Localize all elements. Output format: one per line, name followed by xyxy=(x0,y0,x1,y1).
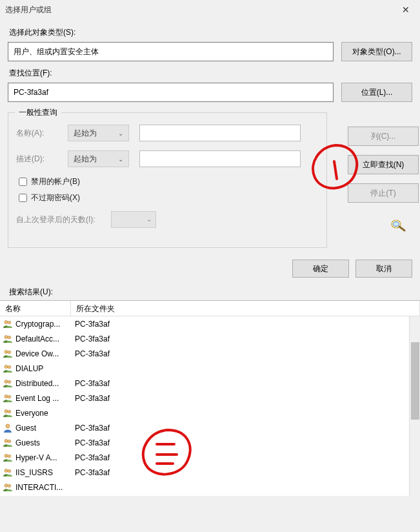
group-icon xyxy=(3,438,13,448)
days-since-login-label: 自上次登录后的天数(I): xyxy=(16,214,95,225)
svg-line-2 xyxy=(399,227,405,230)
location-value: PC-3fa3af xyxy=(14,88,48,97)
group-icon xyxy=(3,334,13,344)
table-row[interactable]: DIALUP xyxy=(0,361,420,376)
results-table: 名称 所在文件夹 Cryptograp...PC-3fa3afDefaultAc… xyxy=(0,300,420,496)
chevron-down-icon: ⌄ xyxy=(118,156,123,163)
table-row[interactable]: DefaultAcc...PC-3fa3af xyxy=(0,331,420,346)
row-name: Hyper-V A... xyxy=(15,453,72,462)
location-field: PC-3fa3af xyxy=(8,83,334,102)
row-folder: PC-3fa3af xyxy=(72,320,110,329)
scrollbar-thumb[interactable] xyxy=(411,342,419,420)
general-query-fieldset: 一般性查询 名称(A): 起始为 ⌄ 描述(D): 起始为 xyxy=(8,112,327,248)
column-header-name[interactable]: 名称 xyxy=(0,301,71,316)
scrollbar[interactable] xyxy=(409,316,420,496)
row-name: IIS_IUSRS xyxy=(15,468,72,477)
object-type-value: 用户、组或内置安全主体 xyxy=(14,46,99,57)
group-icon xyxy=(3,408,13,418)
chevron-down-icon: ⌄ xyxy=(118,130,123,137)
disabled-accounts-checkbox[interactable] xyxy=(19,178,27,186)
row-folder: PC-3fa3af xyxy=(72,334,110,343)
row-folder: PC-3fa3af xyxy=(72,379,110,388)
table-row[interactable]: Cryptograp...PC-3fa3af xyxy=(0,316,420,331)
table-row[interactable]: Distributed...PC-3fa3af xyxy=(0,376,420,391)
desc-input[interactable] xyxy=(139,150,301,167)
noexpire-password-label: 不过期密码(X) xyxy=(31,192,80,203)
noexpire-password-checkbox[interactable] xyxy=(19,194,27,202)
row-name: Distributed... xyxy=(15,379,72,388)
group-icon xyxy=(3,453,13,463)
table-row[interactable]: Device Ow...PC-3fa3af xyxy=(0,346,420,361)
row-name: Everyone xyxy=(15,409,72,418)
group-icon xyxy=(3,467,13,478)
table-row[interactable]: GuestsPC-3fa3af xyxy=(0,435,420,450)
group-icon xyxy=(3,482,13,493)
results-body[interactable]: Cryptograp...PC-3fa3afDefaultAcc...PC-3f… xyxy=(0,316,420,496)
object-type-label: 选择此对象类型(S): xyxy=(9,27,412,38)
search-decor-icon xyxy=(348,218,412,234)
stop-button[interactable]: 停止(T) xyxy=(348,183,419,203)
group-icon xyxy=(3,349,13,359)
object-types-button[interactable]: 对象类型(O)... xyxy=(341,42,412,61)
row-name: Event Log ... xyxy=(15,394,72,403)
results-header: 名称 所在文件夹 xyxy=(0,301,420,316)
location-label: 查找位置(F): xyxy=(9,68,412,79)
row-name: Device Ow... xyxy=(15,349,72,358)
row-folder: PC-3fa3af xyxy=(72,424,110,433)
row-name: Guests xyxy=(15,438,72,447)
row-folder: PC-3fa3af xyxy=(72,453,110,462)
row-folder: PC-3fa3af xyxy=(72,349,110,358)
locations-button[interactable]: 位置(L)... xyxy=(341,83,412,102)
svg-point-1 xyxy=(394,222,399,227)
row-folder: PC-3fa3af xyxy=(72,394,110,403)
chevron-down-icon: ⌄ xyxy=(146,216,152,223)
row-folder: PC-3fa3af xyxy=(72,468,110,477)
object-type-field: 用户、组或内置安全主体 xyxy=(8,42,334,61)
ok-button[interactable]: 确定 xyxy=(292,260,349,278)
general-query-legend: 一般性查询 xyxy=(15,107,61,118)
table-row[interactable]: GuestPC-3fa3af xyxy=(0,420,420,435)
name-mode-select[interactable]: 起始为 ⌄ xyxy=(68,125,129,141)
close-button[interactable]: ✕ xyxy=(391,0,420,19)
user-icon xyxy=(3,423,13,433)
close-icon: ✕ xyxy=(402,5,410,15)
desc-mode-select[interactable]: 起始为 ⌄ xyxy=(68,150,129,167)
group-icon xyxy=(3,363,13,374)
table-row[interactable]: Everyone xyxy=(0,405,420,420)
disabled-accounts-label: 禁用的帐户(B) xyxy=(31,176,80,187)
table-row[interactable]: Hyper-V A...PC-3fa3af xyxy=(0,450,420,465)
group-icon xyxy=(3,319,13,329)
name-label: 名称(A): xyxy=(16,128,68,139)
row-name: Cryptograp... xyxy=(15,320,72,329)
row-name: DIALUP xyxy=(15,364,72,373)
row-folder: PC-3fa3af xyxy=(72,438,110,447)
name-mode-value: 起始为 xyxy=(74,128,97,139)
titlebar: 选择用户或组 ✕ xyxy=(0,0,420,19)
desc-label: 描述(D): xyxy=(16,154,68,165)
desc-mode-value: 起始为 xyxy=(74,154,97,165)
cancel-button[interactable]: 取消 xyxy=(355,260,412,278)
columns-button[interactable]: 列(C)... xyxy=(348,127,419,146)
days-since-login-select[interactable]: ⌄ xyxy=(111,211,156,228)
group-icon xyxy=(3,378,13,389)
group-icon xyxy=(3,393,13,404)
table-row[interactable]: INTERACTI... xyxy=(0,480,420,495)
search-results-label: 搜索结果(U): xyxy=(0,283,420,300)
column-header-folder[interactable]: 所在文件夹 xyxy=(71,301,420,316)
table-row[interactable]: IIS_IUSRSPC-3fa3af xyxy=(0,465,420,480)
row-name: INTERACTI... xyxy=(15,483,72,492)
find-now-button[interactable]: 立即查找(N) xyxy=(348,155,419,174)
table-row[interactable]: Event Log ...PC-3fa3af xyxy=(0,391,420,405)
name-input[interactable] xyxy=(139,125,301,141)
row-name: Guest xyxy=(15,424,72,433)
window-title: 选择用户或组 xyxy=(5,5,391,15)
row-name: DefaultAcc... xyxy=(15,334,72,343)
